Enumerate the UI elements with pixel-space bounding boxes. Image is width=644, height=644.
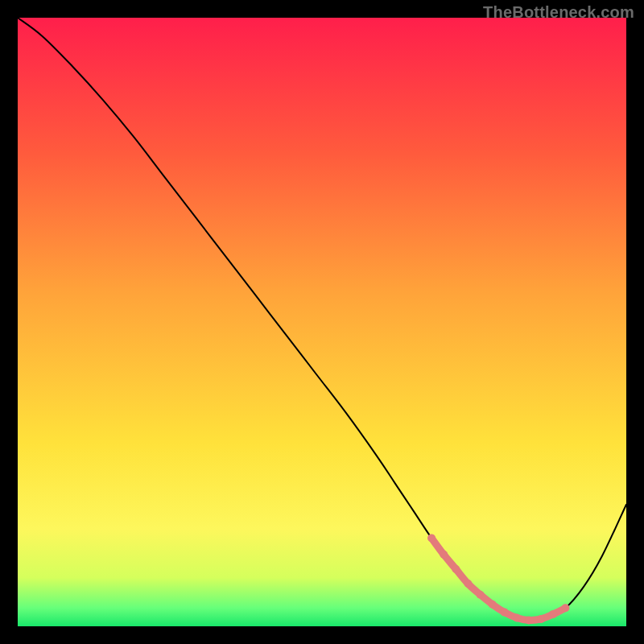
highlight-band-dot <box>452 565 460 573</box>
highlight-band-dot <box>440 551 448 559</box>
chart-frame: TheBottleneck.com <box>0 0 644 644</box>
highlight-band-dot <box>549 610 557 618</box>
highlight-band-dot <box>464 580 472 588</box>
chart-background <box>18 18 626 626</box>
highlight-band-dot <box>477 591 485 599</box>
highlight-band-dot <box>513 613 521 621</box>
highlight-band-dot <box>501 609 509 617</box>
highlight-band-dot <box>561 604 569 612</box>
highlight-band-dot <box>525 616 533 624</box>
highlight-band-dot <box>427 534 436 542</box>
watermark-text: TheBottleneck.com <box>483 3 634 22</box>
highlight-band-dot <box>489 601 497 609</box>
chart-plot <box>18 18 626 626</box>
chart-svg <box>18 18 626 626</box>
highlight-band-dot <box>537 615 545 623</box>
